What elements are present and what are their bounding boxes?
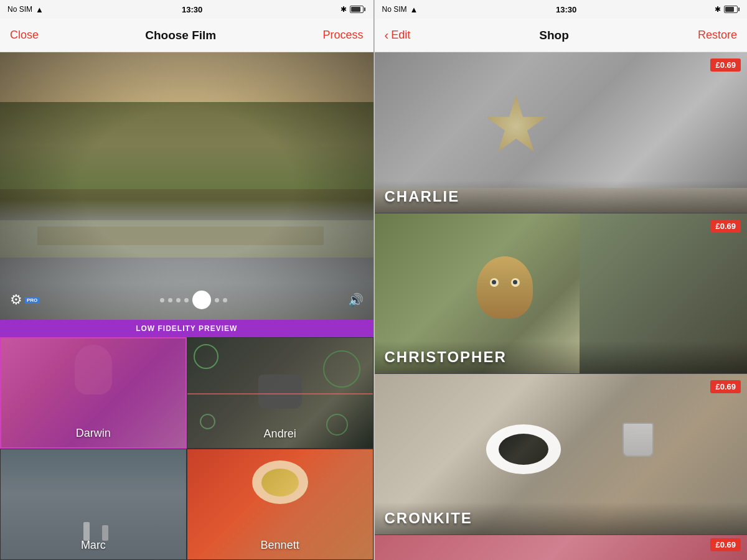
- marc-label: Marc: [1, 539, 186, 552]
- right-nav-bar: ‹ Edit Shop Restore: [375, 19, 748, 52]
- adjust-control[interactable]: ⚙ PRO: [10, 292, 39, 308]
- andrei-teapot: [258, 374, 302, 408]
- preview-photo: [0, 52, 374, 320]
- andrei-label: Andrei: [187, 427, 373, 441]
- right-status-bar: No SIM ▲ 13:30 ✱: [375, 0, 748, 19]
- scene-trees: [0, 102, 374, 189]
- monkey-head: [477, 256, 533, 319]
- monkey-pupil-left: [492, 280, 496, 284]
- film-cell-darwin[interactable]: Darwin: [0, 337, 187, 449]
- monkey-face: [477, 256, 533, 319]
- shop-item-cronkite[interactable]: £0.69 CRONKITE: [375, 374, 748, 535]
- controls-row: ⚙ PRO 🔊: [0, 286, 374, 314]
- pro-badge: PRO: [25, 297, 39, 304]
- left-status-time: 13:30: [182, 5, 202, 14]
- film-cell-marc[interactable]: Marc: [0, 449, 187, 560]
- monkey-eye-left: [490, 278, 499, 287]
- plate-shape: [486, 424, 561, 474]
- film-dots: [39, 291, 348, 309]
- left-battery-icon: [350, 6, 365, 13]
- scene-boats: [0, 220, 374, 270]
- dot-3[interactable]: [176, 298, 181, 302]
- left-status-bar: No SIM ▲ 13:30 ✱: [0, 0, 374, 19]
- right-battery-icon: [724, 6, 740, 13]
- sliders-icon: ⚙: [10, 292, 22, 308]
- andrei-scan-line: [187, 393, 373, 394]
- edit-back-button[interactable]: ‹ Edit: [385, 28, 411, 42]
- bennett-label: Bennett: [187, 539, 373, 552]
- edit-back-label: Edit: [391, 29, 410, 42]
- cronkite-price: £0.69: [710, 380, 741, 393]
- right-status-right: ✱: [715, 5, 740, 14]
- cronkite-name: CRONKITE: [375, 502, 748, 534]
- right-bluetooth-icon: ✱: [715, 5, 721, 14]
- food-items: [499, 434, 548, 465]
- shop-item-christopher[interactable]: £0.69 CHRISTOPHER: [375, 213, 748, 375]
- dot-4[interactable]: [184, 298, 189, 302]
- dot-6[interactable]: [215, 298, 219, 302]
- film-cell-andrei[interactable]: Andrei: [187, 337, 374, 449]
- dot-2[interactable]: [168, 298, 172, 302]
- left-signal-text: No SIM: [7, 5, 32, 14]
- charlie-price: £0.69: [710, 58, 741, 72]
- fourth-bg: [375, 535, 748, 560]
- monkey-eye-right: [511, 278, 520, 287]
- christopher-name: CHRISTOPHER: [375, 341, 748, 373]
- monkey-pupil-right: [513, 280, 517, 284]
- cronkite-mug: [622, 422, 654, 457]
- scene-sky: [0, 52, 374, 114]
- plate-circle: [486, 424, 561, 474]
- film-grid: Darwin Andrei Marc: [0, 337, 374, 560]
- right-status-time: 13:30: [556, 5, 576, 14]
- low-fidelity-text: LOW FIDELITY PREVIEW: [136, 324, 237, 333]
- dot-1[interactable]: [160, 298, 164, 302]
- volume-button[interactable]: 🔊: [348, 292, 364, 307]
- starfish-shape: [485, 95, 547, 157]
- film-cell-bennett[interactable]: Bennett: [187, 449, 374, 560]
- right-wifi-icon: ▲: [410, 5, 418, 14]
- left-status-right: ✱: [341, 5, 365, 14]
- right-status-left: No SIM ▲: [382, 5, 418, 14]
- process-button[interactable]: Process: [322, 29, 363, 42]
- charlie-name: CHARLIE: [375, 180, 748, 213]
- marc-figure: [83, 522, 108, 541]
- right-signal-text: No SIM: [382, 5, 407, 14]
- right-nav-title: Shop: [539, 29, 569, 42]
- left-wifi-icon: ▲: [35, 5, 44, 14]
- close-button[interactable]: Close: [10, 29, 39, 42]
- shop-item-fourth[interactable]: £0.69: [375, 535, 748, 560]
- left-nav-title: Choose Film: [145, 29, 216, 42]
- monkey-eyes: [490, 278, 520, 287]
- low-fidelity-banner: LOW FIDELITY PREVIEW: [0, 320, 374, 337]
- dot-5-active[interactable]: [192, 291, 211, 309]
- fourth-price: £0.69: [710, 538, 741, 551]
- shop-list: £0.69 CHARLIE: [375, 52, 748, 560]
- darwin-label: Darwin: [1, 427, 186, 440]
- left-status-left: No SIM ▲: [7, 5, 44, 14]
- restore-button[interactable]: Restore: [698, 29, 737, 42]
- bennett-plate: [252, 460, 308, 504]
- back-chevron-icon: ‹: [385, 28, 389, 42]
- christopher-price: £0.69: [710, 220, 741, 233]
- left-screen: No SIM ▲ 13:30 ✱ Close Choose Film Proce…: [0, 0, 374, 560]
- left-nav-bar: Close Choose Film Process: [0, 19, 374, 52]
- dot-7[interactable]: [223, 298, 227, 302]
- left-bluetooth-icon: ✱: [341, 5, 347, 14]
- scene-bridge: [37, 226, 324, 245]
- shop-item-charlie[interactable]: £0.69 CHARLIE: [375, 52, 748, 213]
- preview-area: ⚙ PRO 🔊: [0, 52, 374, 320]
- right-screen: No SIM ▲ 13:30 ✱ ‹ Edit Shop Restore: [374, 0, 748, 560]
